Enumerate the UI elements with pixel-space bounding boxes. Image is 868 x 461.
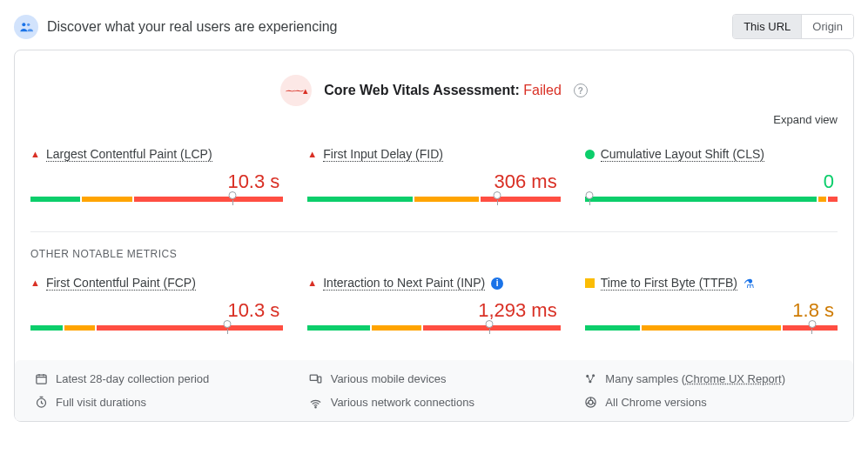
status-triangle-icon: ▲ <box>30 150 40 159</box>
distribution-bar <box>30 325 283 339</box>
status-triangle-icon: ▲ <box>30 278 40 288</box>
bar-marker <box>229 191 237 199</box>
footer-item: Latest 28-day collection period <box>34 372 285 385</box>
metric-value: 1.8 s <box>585 299 834 322</box>
bar-segment-green <box>307 325 370 331</box>
footer-text: Various network connections <box>331 396 474 409</box>
network-icon <box>309 396 323 409</box>
metric-value: 1,293 ms <box>307 299 556 322</box>
metric-value: 306 ms <box>307 170 556 193</box>
bar-segment-orange <box>642 325 781 331</box>
bar-segment-orange <box>64 325 94 331</box>
metric-card: ▲ Largest Contentful Paint (LCP) 10.3 s <box>30 147 283 210</box>
section-label: OTHER NOTABLE METRICS <box>30 248 838 260</box>
footer-item: Various mobile devices <box>309 372 560 385</box>
status-triangle-icon: ▲ <box>307 278 317 288</box>
calendar-icon <box>34 372 48 385</box>
toggle-this-url[interactable]: This URL <box>733 15 801 38</box>
footer-text: Full visit durations <box>56 396 146 409</box>
metric-name[interactable]: Time to First Byte (TTFB) <box>601 276 737 291</box>
flask-icon: ⚗ <box>744 277 755 291</box>
bar-segment-red <box>134 197 284 202</box>
svg-point-6 <box>315 407 316 408</box>
timer-icon <box>34 396 48 409</box>
status-square-icon <box>585 278 595 288</box>
devices-icon <box>309 372 323 385</box>
svg-point-9 <box>589 380 591 383</box>
status-triangle-icon: ▲ <box>307 150 317 159</box>
metric-name[interactable]: First Input Delay (FID) <box>323 147 443 162</box>
svg-point-11 <box>589 400 593 404</box>
metric-name[interactable]: Interaction to Next Paint (INP) <box>323 276 485 291</box>
bar-segment-green <box>585 325 640 331</box>
distribution-bar <box>307 197 560 210</box>
metric-card: ▲ Interaction to Next Paint (INP) i 1,29… <box>307 276 560 339</box>
metric-card: Cumulative Layout Shift (CLS) 0 <box>585 147 838 210</box>
footer-text: Many samples (Chrome UX Report) <box>605 372 785 385</box>
metric-name[interactable]: First Contentful Paint (FCP) <box>46 276 196 291</box>
footer-item: Various network connections <box>309 396 560 409</box>
bar-segment-orange <box>414 197 479 202</box>
footer-item: Full visit durations <box>34 396 285 409</box>
metric-name[interactable]: Largest Contentful Paint (LCP) <box>46 147 212 162</box>
divider <box>30 231 838 232</box>
footer-item: All Chrome versions <box>583 396 834 409</box>
metric-card: ▲ First Input Delay (FID) 306 ms <box>307 147 560 210</box>
chrome-icon <box>583 396 597 409</box>
status-dot-icon <box>585 150 595 159</box>
info-icon[interactable]: i <box>491 277 503 290</box>
bar-segment-orange <box>82 197 131 202</box>
pulse-icon: ⁓⁓▴ <box>280 75 312 106</box>
svg-rect-4 <box>310 375 317 380</box>
bar-marker <box>808 320 816 328</box>
distribution-bar <box>307 325 560 339</box>
metric-card: Time to First Byte (TTFB) ⚗ 1.8 s <box>585 276 838 339</box>
scope-toggle: This URL Origin <box>732 14 854 39</box>
metric-value: 0 <box>585 170 834 193</box>
chrome-ux-report-link[interactable]: Chrome UX Report <box>685 372 782 385</box>
svg-point-0 <box>22 23 25 26</box>
footer-box: Latest 28-day collection periodFull visi… <box>15 360 853 421</box>
metric-value: 10.3 s <box>30 299 279 322</box>
distribution-bar <box>585 325 838 339</box>
metric-card: ▲ First Contentful Paint (FCP) 10.3 s <box>30 276 283 339</box>
bar-segment-green <box>307 197 412 202</box>
expand-view-link[interactable]: Expand view <box>773 113 838 126</box>
metric-value: 10.3 s <box>30 170 279 193</box>
users-icon <box>14 15 38 39</box>
bar-segment-red <box>481 197 561 202</box>
help-icon[interactable]: ? <box>574 84 588 97</box>
bar-segment-green <box>30 325 63 331</box>
samples-icon <box>583 372 597 385</box>
metric-name[interactable]: Cumulative Layout Shift (CLS) <box>601 147 764 162</box>
svg-rect-2 <box>36 375 45 384</box>
footer-item: Many samples (Chrome UX Report) <box>583 372 834 385</box>
footer-text: Various mobile devices <box>331 372 447 385</box>
svg-point-8 <box>592 374 595 377</box>
bar-segment-red <box>828 197 838 202</box>
bar-segment-green <box>585 197 817 202</box>
bar-marker <box>494 191 501 199</box>
footer-text: Latest 28-day collection period <box>56 372 209 385</box>
distribution-bar <box>30 197 283 210</box>
bar-segment-red <box>97 325 284 331</box>
distribution-bar <box>585 197 838 210</box>
bar-marker <box>586 191 594 199</box>
bar-segment-orange <box>818 197 826 202</box>
bar-marker <box>486 320 494 328</box>
footer-text: All Chrome versions <box>605 396 706 409</box>
bar-segment-green <box>30 197 80 202</box>
svg-rect-5 <box>318 377 321 383</box>
bar-marker <box>224 320 232 328</box>
assessment-text: Core Web Vitals Assessment: Failed <box>324 83 562 98</box>
toggle-origin[interactable]: Origin <box>801 15 853 38</box>
svg-point-1 <box>27 23 30 25</box>
bar-segment-orange <box>372 325 421 331</box>
page-title: Discover what your real users are experi… <box>47 19 337 35</box>
